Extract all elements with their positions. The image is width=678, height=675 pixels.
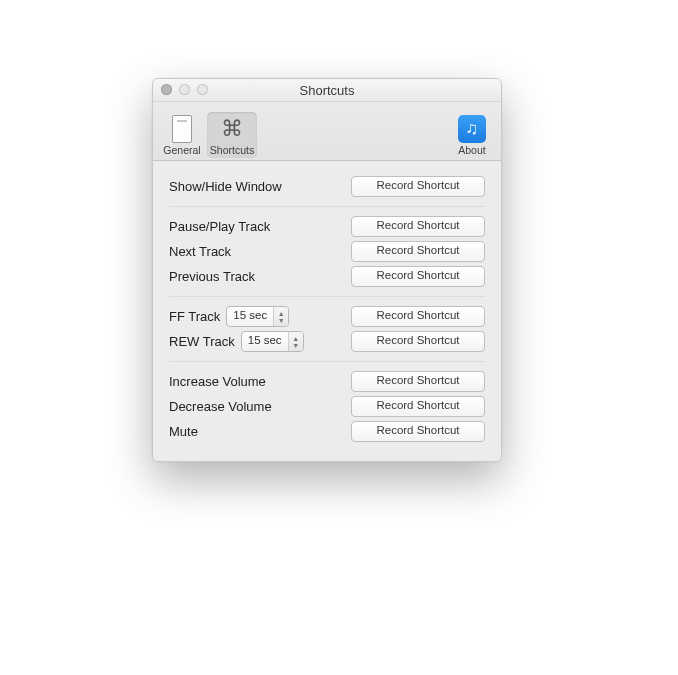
toolbar: General ⌘ Shortcuts ♫ About bbox=[153, 102, 501, 161]
tab-about[interactable]: ♫ About bbox=[447, 112, 497, 158]
zoom-button[interactable] bbox=[197, 84, 208, 95]
row-next-track: Next Track Record Shortcut bbox=[169, 240, 485, 263]
music-note-icon: ♫ bbox=[458, 115, 486, 143]
record-shortcut-button[interactable]: Record Shortcut bbox=[351, 396, 485, 417]
titlebar: Shortcuts bbox=[153, 79, 501, 102]
row-mute: Mute Record Shortcut bbox=[169, 420, 485, 443]
general-icon bbox=[172, 115, 192, 143]
row-label: Previous Track bbox=[169, 269, 255, 284]
tab-general[interactable]: General bbox=[157, 112, 207, 158]
preferences-window: Shortcuts General ⌘ Shortcuts ♫ About bbox=[152, 78, 502, 462]
row-previous-track: Previous Track Record Shortcut bbox=[169, 265, 485, 288]
tab-label: About bbox=[458, 144, 485, 156]
group-window: Show/Hide Window Record Shortcut bbox=[169, 175, 485, 198]
command-icon: ⌘ bbox=[221, 118, 243, 140]
row-label: FF Track bbox=[169, 309, 220, 324]
row-label: REW Track bbox=[169, 334, 235, 349]
row-label: Next Track bbox=[169, 244, 231, 259]
record-shortcut-button[interactable]: Record Shortcut bbox=[351, 176, 485, 197]
row-label: Decrease Volume bbox=[169, 399, 272, 414]
record-shortcut-button[interactable]: Record Shortcut bbox=[351, 216, 485, 237]
record-shortcut-button[interactable]: Record Shortcut bbox=[351, 241, 485, 262]
row-ff-track: FF Track 15 sec ▲▼ Record Shortcut bbox=[169, 305, 485, 328]
stepper-value: 15 sec bbox=[227, 307, 273, 326]
rew-duration-stepper[interactable]: 15 sec ▲▼ bbox=[241, 331, 304, 352]
ff-duration-stepper[interactable]: 15 sec ▲▼ bbox=[226, 306, 289, 327]
group-playback: Pause/Play Track Record Shortcut Next Tr… bbox=[169, 206, 485, 288]
row-label: Mute bbox=[169, 424, 198, 439]
row-decrease-volume: Decrease Volume Record Shortcut bbox=[169, 395, 485, 418]
record-shortcut-button[interactable]: Record Shortcut bbox=[351, 266, 485, 287]
record-shortcut-button[interactable]: Record Shortcut bbox=[351, 421, 485, 442]
tab-label: General bbox=[163, 144, 200, 156]
record-shortcut-button[interactable]: Record Shortcut bbox=[351, 331, 485, 352]
group-seek: FF Track 15 sec ▲▼ Record Shortcut REW T… bbox=[169, 296, 485, 353]
row-label: Pause/Play Track bbox=[169, 219, 270, 234]
tab-label: Shortcuts bbox=[210, 144, 254, 156]
row-increase-volume: Increase Volume Record Shortcut bbox=[169, 370, 485, 393]
row-pause-play: Pause/Play Track Record Shortcut bbox=[169, 215, 485, 238]
close-button[interactable] bbox=[161, 84, 172, 95]
stepper-arrows-icon: ▲▼ bbox=[273, 307, 288, 326]
stepper-arrows-icon: ▲▼ bbox=[288, 332, 303, 351]
row-label: Show/Hide Window bbox=[169, 179, 282, 194]
stepper-value: 15 sec bbox=[242, 332, 288, 351]
traffic-lights bbox=[161, 84, 208, 95]
row-rew-track: REW Track 15 sec ▲▼ Record Shortcut bbox=[169, 330, 485, 353]
record-shortcut-button[interactable]: Record Shortcut bbox=[351, 371, 485, 392]
group-volume: Increase Volume Record Shortcut Decrease… bbox=[169, 361, 485, 443]
tab-shortcuts[interactable]: ⌘ Shortcuts bbox=[207, 112, 257, 158]
minimize-button[interactable] bbox=[179, 84, 190, 95]
row-show-hide: Show/Hide Window Record Shortcut bbox=[169, 175, 485, 198]
record-shortcut-button[interactable]: Record Shortcut bbox=[351, 306, 485, 327]
content-area: Show/Hide Window Record Shortcut Pause/P… bbox=[153, 161, 501, 461]
row-label: Increase Volume bbox=[169, 374, 266, 389]
